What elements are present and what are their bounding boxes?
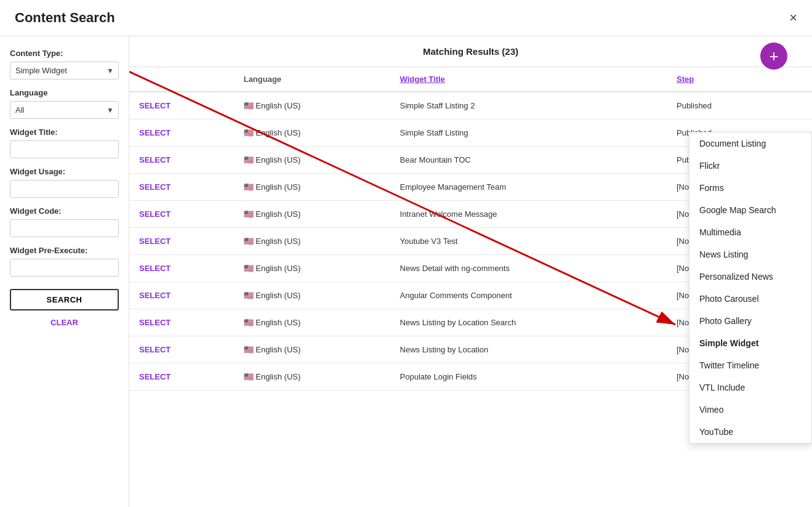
step-cell: Published [667,92,812,120]
widget-title-cell: News Detail with ng-comments [390,255,667,282]
language-cell: 🇺🇸 English (US) [234,228,390,255]
widget-title-cell: Angular Comments Component [390,282,667,309]
modal-body: Content Type: Simple Widget Document Lis… [0,36,812,507]
add-button[interactable]: + [760,43,787,70]
language-cell: 🇺🇸 English (US) [234,363,390,391]
widget-title-cell: News Listing by Location Search [390,309,667,336]
results-header: Matching Results (23) [129,36,812,67]
dropdown-item[interactable]: Forms [689,177,811,199]
select-cell: SELECT [129,336,234,363]
modal-header: Content Search × [0,0,812,36]
select-cell: SELECT [129,147,234,174]
clear-button[interactable]: CLEAR [10,314,119,331]
language-cell: 🇺🇸 English (US) [234,147,390,174]
language-cell: 🇺🇸 English (US) [234,336,390,363]
language-cell: 🇺🇸 English (US) [234,174,390,201]
widget-title-label: Widget Title: [10,128,119,137]
search-button[interactable]: SEARCH [10,289,119,310]
select-cell: SELECT [129,255,234,282]
dropdown-item[interactable]: Multimedia [689,221,811,243]
col-select [129,67,234,92]
close-button[interactable]: × [789,11,797,25]
language-cell: 🇺🇸 English (US) [234,120,390,147]
widget-usage-label: Widget Usage: [10,167,119,176]
select-cell: SELECT [129,282,234,309]
select-link[interactable]: SELECT [139,182,171,192]
dropdown-item[interactable]: Google Map Search [689,199,811,221]
select-link[interactable]: SELECT [139,101,171,110]
select-cell: SELECT [129,120,234,147]
language-cell: 🇺🇸 English (US) [234,201,390,228]
widget-pre-execute-label: Widget Pre-Execute: [10,246,119,255]
dropdown-item[interactable]: YouTube [689,421,811,443]
language-cell: 🇺🇸 English (US) [234,309,390,336]
col-step[interactable]: Step [667,67,812,92]
select-cell: SELECT [129,309,234,336]
col-widget-title[interactable]: Widget Title [390,67,667,92]
select-link[interactable]: SELECT [139,345,171,354]
language-select[interactable]: All English (US) English (UK) French Spa… [10,101,119,119]
widget-title-cell: Bear Mountain TOC [390,147,667,174]
select-link[interactable]: SELECT [139,128,171,137]
language-cell: 🇺🇸 English (US) [234,282,390,309]
content-type-label: Content Type: [10,49,119,58]
dropdown-item[interactable]: Personalized News [689,266,811,288]
widget-title-cell: Populate Login Fields [390,363,667,391]
dropdown-item[interactable]: Vimeo [689,399,811,421]
select-cell: SELECT [129,201,234,228]
main-content: Matching Results (23) + Language Widget … [129,36,812,507]
dropdown-item[interactable]: Twitter Timeline [689,354,811,376]
select-cell: SELECT [129,92,234,120]
dropdown-item[interactable]: Simple Widget [689,332,811,354]
content-type-select-wrapper: Simple Widget Document Listing Flickr Fo… [10,62,119,79]
widget-title-cell: Intranet Welcome Message [390,201,667,228]
select-cell: SELECT [129,363,234,391]
widget-pre-execute-input[interactable] [10,259,119,277]
dropdown-item[interactable]: News Listing [689,243,811,266]
language-cell: 🇺🇸 English (US) [234,255,390,282]
select-link[interactable]: SELECT [139,237,171,246]
widget-usage-input[interactable] [10,180,119,198]
language-label: Language [10,88,119,97]
select-cell: SELECT [129,228,234,255]
table-header-row: Language Widget Title Step [129,67,812,92]
col-language: Language [234,67,390,92]
select-cell: SELECT [129,174,234,201]
widget-title-cell: News Listing by Location [390,336,667,363]
widget-title-cell: Simple Staff Listing 2 [390,92,667,120]
widget-title-cell: Employee Management Team [390,174,667,201]
widget-code-input[interactable] [10,219,119,237]
select-link[interactable]: SELECT [139,155,171,164]
language-select-wrapper: All English (US) English (UK) French Spa… [10,101,119,119]
dropdown-item[interactable]: VTL Include [689,376,811,399]
content-type-select[interactable]: Simple Widget Document Listing Flickr Fo… [10,62,119,79]
widget-title-cell: Youtube V3 Test [390,228,667,255]
table-row: SELECT 🇺🇸 English (US) Simple Staff List… [129,92,812,120]
language-cell: 🇺🇸 English (US) [234,92,390,120]
widget-title-input[interactable] [10,140,119,158]
modal-title: Content Search [15,10,115,26]
dropdown-item[interactable]: Document Listing [689,132,811,155]
select-link[interactable]: SELECT [139,318,171,327]
content-search-modal: Content Search × Content Type: Simple Wi… [0,0,812,507]
dropdown-item[interactable]: Photo Gallery [689,310,811,332]
select-link[interactable]: SELECT [139,209,171,219]
select-link[interactable]: SELECT [139,291,171,300]
widget-code-label: Widget Code: [10,206,119,216]
dropdown-item[interactable]: Photo Carousel [689,288,811,310]
select-link[interactable]: SELECT [139,372,171,381]
sidebar: Content Type: Simple Widget Document Lis… [0,36,129,507]
content-type-dropdown-menu: Document ListingFlickrFormsGoogle Map Se… [689,132,812,444]
select-link[interactable]: SELECT [139,264,171,273]
dropdown-item[interactable]: Flickr [689,155,811,177]
widget-title-cell: Simple Staff Listing [390,120,667,147]
